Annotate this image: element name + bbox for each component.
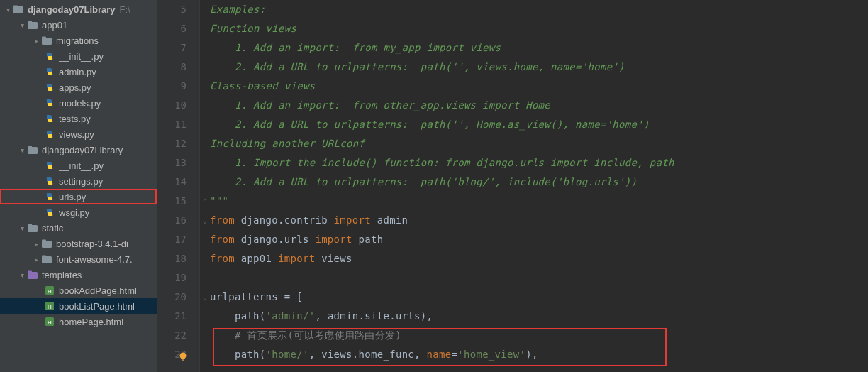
tree-item[interactable]: ▸font-awesome-4.7. [0,251,157,267]
project-root-label: djangoday07LibraryF:\ [28,4,130,15]
intention-bulb-icon[interactable] [178,349,188,359]
code-line[interactable]: Including another URLconf [210,134,868,153]
tree-item[interactable]: HhomePage.html [0,314,157,329]
tree-item-label: settings.py [59,176,103,187]
code-line[interactable]: 2. Add a URL to urlpatterns: path('', vi… [210,58,868,77]
line-number[interactable]: 11 [157,115,187,134]
tree-item[interactable]: ▾app01 [0,17,157,33]
tree-item-label: wsgi.py [59,207,89,218]
python-file-icon [44,97,55,109]
tree-item[interactable]: tests.py [0,111,157,126]
code-line[interactable]: ⌃""" [210,192,868,211]
line-number[interactable]: 10 [157,96,187,115]
chevron-down-icon[interactable]: ▾ [17,21,27,29]
chevron-right-icon[interactable]: ▸ [31,240,41,248]
code-line[interactable]: # 首页展示(可以考虑使用路由分发) [210,326,868,345]
fold-end-icon[interactable]: ⌃ [201,192,208,211]
tree-item[interactable]: __init__.py [0,48,157,64]
fold-start-icon[interactable]: ⌄ [201,288,208,307]
chevron-down-icon[interactable]: ▾ [17,146,27,154]
code-line[interactable]: Class-based views [210,77,868,96]
tree-item[interactable]: ▾static [0,220,157,236]
line-number[interactable]: 12 [157,134,187,153]
svg-rect-3 [28,21,32,23]
svg-rect-23 [182,359,184,361]
tree-item[interactable]: ▸migrations [0,33,157,48]
code-line[interactable]: from django.urls import path [210,230,868,249]
tree-item-label: apps.py [59,82,91,93]
code-line[interactable]: ⌄urlpatterns = [ [210,288,868,307]
code-line[interactable] [210,268,868,288]
line-number[interactable]: 13 [157,153,187,173]
code-line[interactable]: Function views [210,19,868,38]
chevron-down-icon[interactable]: ▾ [17,271,27,279]
line-number[interactable]: 21 [157,307,187,326]
project-tree[interactable]: ▾ djangoday07LibraryF:\ ▾app01▸migration… [0,0,157,372]
tree-item[interactable]: settings.py [0,173,157,189]
tree-item[interactable]: HbookListPage.html [0,298,157,314]
line-number[interactable]: 5 [157,0,187,19]
tree-item[interactable]: __init__.py [0,158,157,173]
tree-item[interactable]: ▸bootstrap-3.4.1-di [0,236,157,251]
line-number-gutter[interactable]: 567891011121314151617181920212223 [157,0,200,372]
tree-item-label: tests.py [59,114,91,124]
code-line[interactable]: ⌄from django.contrib import admin [210,211,868,230]
tree-item[interactable]: wsgi.py [0,204,157,220]
line-number[interactable]: 18 [157,249,187,268]
tree-item-label: app01 [42,20,67,31]
folder-icon [27,144,38,155]
code-line[interactable]: path('admin/', admin.site.urls), [210,307,868,326]
tree-item[interactable]: views.py [0,126,157,142]
tree-item-label: __init__.py [59,51,104,62]
code-line[interactable]: 2. Add a URL to urlpatterns: path('blog/… [210,173,868,192]
svg-rect-1 [13,6,18,8]
line-number[interactable]: 19 [157,268,187,288]
html-file-icon: H [44,316,55,327]
line-number[interactable]: 9 [157,77,187,96]
line-number[interactable]: 8 [157,58,187,77]
code-editor[interactable]: Examples:Function views 1. Add an import… [200,0,868,372]
python-file-icon [44,191,55,202]
line-number[interactable]: 22 [157,326,187,345]
line-number[interactable]: 16 [157,211,187,230]
svg-rect-11 [42,240,46,242]
tree-item[interactable]: ▾djangoday07Library [0,142,157,158]
tree-item-label: homePage.html [59,317,123,327]
project-root[interactable]: ▾ djangoday07LibraryF:\ [0,1,157,17]
tree-item[interactable]: ▾templates [0,267,157,283]
code-line[interactable]: from app01 import views [210,249,868,268]
chevron-right-icon[interactable]: ▸ [31,256,41,263]
code-line[interactable]: 1. Add an import: from my_app import vie… [210,38,868,58]
code-line[interactable]: 1. Add an import: from other_app.views i… [210,96,868,115]
line-number[interactable]: 17 [157,230,187,249]
code-line[interactable]: 1. Import the include() function: from d… [210,153,868,173]
tree-item[interactable]: admin.py [0,64,157,80]
line-number[interactable]: 20 [157,288,187,307]
folder-icon [13,4,24,15]
tree-item-label: static [42,223,63,234]
chevron-right-icon[interactable]: ▸ [31,37,41,45]
line-number[interactable]: 15 [157,192,187,211]
line-number[interactable]: 14 [157,173,187,192]
python-file-icon [44,207,55,218]
tree-item[interactable]: HbookAddPage.html [0,283,157,298]
tree-item[interactable]: apps.py [0,80,157,95]
code-line[interactable]: path('home/', views.home_func, name='hom… [210,345,868,364]
tree-item[interactable]: models.py [0,95,157,111]
code-line[interactable]: 2. Add a URL to urlpatterns: path('', Ho… [210,115,868,134]
tree-item[interactable]: urls.py [0,189,157,204]
chevron-down-icon[interactable]: ▾ [17,224,27,232]
python-file-icon [44,113,55,124]
line-number[interactable]: 23 [157,345,187,364]
tree-item-label: admin.py [59,67,96,77]
chevron-down-icon: ▾ [3,6,13,13]
tree-item-label: urls.py [59,192,86,202]
python-file-icon [44,50,55,62]
svg-rect-13 [42,256,46,258]
code-line[interactable]: Examples: [210,0,868,19]
line-number[interactable]: 6 [157,19,187,38]
fold-start-icon[interactable]: ⌄ [201,211,208,230]
svg-rect-5 [42,37,46,39]
line-number[interactable]: 7 [157,38,187,58]
python-file-icon [44,160,55,171]
